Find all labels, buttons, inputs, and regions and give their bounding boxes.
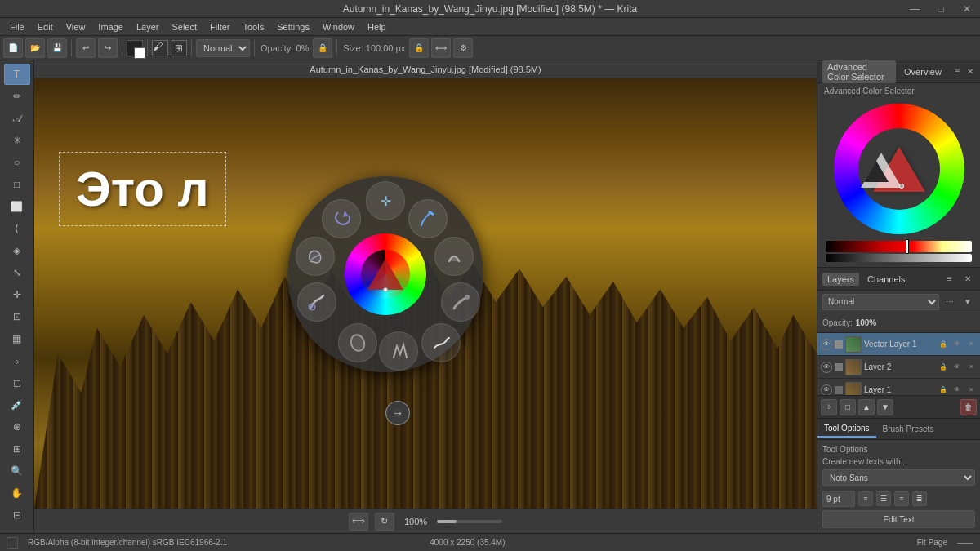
canvas-rotate-btn[interactable]: ↻ [375,513,394,531]
tool-smart-patch[interactable]: ⊕ [4,416,30,438]
tool-pan[interactable]: ✋ [4,482,30,504]
layer-eye-layer1[interactable]: 👁 [821,384,832,396]
new-button[interactable]: 📄 [3,38,23,58]
color-wheel[interactable] [345,233,426,315]
menu-file[interactable]: File [3,20,31,33]
move-layer-down-btn[interactable]: ▼ [877,399,893,415]
layers-panel-close[interactable]: ✕ [960,272,975,287]
tool-shape[interactable]: ○ [4,152,30,173]
wheel-tool-4[interactable] [421,323,461,362]
redo-button[interactable]: ↪ [98,38,118,58]
tool-multibrush[interactable]: ✳ [4,130,30,151]
layer-item-layer2[interactable]: 👁 Layer 2 🔒 👁 ✕ [817,356,980,379]
menu-tools[interactable]: Tools [237,20,271,33]
menu-view[interactable]: View [60,20,92,33]
undo-button[interactable]: ↩ [76,38,96,58]
tool-gradient[interactable]: ▦ [4,328,30,349]
tab-layers[interactable]: Layers [822,273,859,286]
tool-eraser[interactable]: ◻ [4,372,30,393]
wheel-tool-6[interactable] [338,323,377,362]
font-size-input[interactable] [822,491,855,507]
layer-toggle[interactable]: ⊞ [171,40,187,56]
canvas-mirror-btn[interactable]: ⟺ [349,513,368,531]
tool-node[interactable]: ◈ [4,240,30,261]
tool-grid[interactable]: ⊟ [4,504,30,526]
layer-del-icon[interactable]: ✕ [965,339,977,350]
gradient-bar[interactable] [826,241,972,252]
canvas-tab[interactable]: Autumn_in_Kanas_by_Wang_Jinyu.jpg [Modif… [34,60,817,78]
layer-lock-icon[interactable]: 🔒 [938,339,949,350]
tool-text[interactable]: T [4,64,30,85]
panel-menu-icon[interactable]: ≡ [953,64,963,79]
tool-rect[interactable]: □ [4,174,30,195]
menu-image[interactable]: Image [91,20,130,33]
tab-overview[interactable]: Overview [899,65,947,78]
wheel-tool-7[interactable] [297,282,336,322]
tab-brush-presets[interactable]: Brush Presets [876,421,941,437]
tool-clone[interactable]: ⊞ [4,438,30,460]
edit-text-btn[interactable]: Edit Text [822,510,975,528]
layer-eye-layer2[interactable]: 👁 [821,362,832,373]
add-layer-btn[interactable]: + [821,399,837,415]
wheel-tool-9[interactable] [322,199,361,238]
layer-lock-icon-3[interactable]: 🔒 [938,384,949,396]
brush-preset-icon[interactable]: 🖌 [152,40,168,56]
layer-eye-vector1[interactable]: 👁 [821,339,832,350]
layers-blend-mode[interactable]: Normal [822,294,939,310]
opacity-lock[interactable]: 🔒 [313,38,332,58]
layer-item-vector1[interactable]: 👁 Vector Layer 1 🔒 👁 ✕ [817,333,980,356]
settings-btn[interactable]: ⚙ [453,38,473,58]
menu-select[interactable]: Select [165,20,203,33]
brush-popup-wheel[interactable]: ✛ [287,176,483,372]
tool-transform[interactable]: ⤡ [4,262,30,283]
canvas-background[interactable]: Это л ✛ [34,78,817,509]
delete-layer-btn[interactable]: 🗑 [960,399,977,415]
menu-settings[interactable]: Settings [270,20,316,33]
layer-lock-icon-2[interactable]: 🔒 [938,362,949,373]
layer-item-layer1[interactable]: 👁 Layer 1 🔒 👁 ✕ [817,379,980,395]
minimize-button[interactable]: — [902,0,928,17]
tool-select-rect[interactable]: ⬜ [4,196,30,217]
layer-visible-icon[interactable]: 👁 [951,339,963,350]
move-layer-up-btn[interactable]: ▲ [858,399,875,415]
layers-options-icon[interactable]: ⋯ [942,295,957,309]
wheel-tool-5[interactable] [379,331,418,371]
align-right-btn[interactable]: ≡ [894,491,909,506]
blend-mode-select[interactable]: Normal [196,39,250,57]
menu-filter[interactable]: Filter [203,20,236,33]
layer-visible-icon-2[interactable]: 👁 [951,362,963,373]
maximize-button[interactable]: □ [928,0,954,17]
tool-calligraphy[interactable]: 𝒜 [4,108,30,129]
wheel-tool-0[interactable]: ✛ [366,181,405,220]
zoom-slider[interactable] [437,520,502,523]
tab-tool-options[interactable]: Tool Options [817,420,876,438]
menu-help[interactable]: Help [361,20,393,33]
menu-window[interactable]: Window [316,20,361,33]
panel-close-icon[interactable]: ✕ [965,64,975,79]
status-left-icon[interactable] [7,537,18,549]
tab-channels[interactable]: Channels [862,273,910,286]
tool-eyedropper[interactable]: 💉 [4,394,30,415]
close-button[interactable]: ✕ [954,0,980,17]
align-center-btn[interactable]: ☰ [876,491,891,506]
open-button[interactable]: 📂 [25,38,45,58]
layers-panel-menu[interactable]: ≡ [942,272,957,287]
menu-layer[interactable]: Layer [130,20,166,33]
layers-expand-icon[interactable]: ▼ [960,295,975,309]
wheel-tool-2[interactable] [434,237,474,276]
small-color-wheel[interactable] [834,104,964,234]
tool-path[interactable]: ⟨ [4,218,30,239]
fit-page-label[interactable]: Fit Page [917,538,947,547]
save-button[interactable]: 💾 [47,38,67,58]
tool-fill[interactable]: ⬦ [4,350,30,371]
layer-del-icon-2[interactable]: ✕ [965,362,977,373]
menu-edit[interactable]: Edit [31,20,60,33]
black-white-bar[interactable] [826,254,972,262]
tab-advanced-color-selector[interactable]: Advanced Color Selector [822,60,896,83]
layer-visible-icon-3[interactable]: 👁 [951,384,963,396]
layer-del-icon-3[interactable]: ✕ [965,384,977,396]
wheel-tool-1[interactable] [408,199,448,238]
mirror-btn[interactable]: ⟺ [431,38,451,58]
tool-freehand[interactable]: ✏ [4,86,30,107]
tool-crop[interactable]: ⊡ [4,306,30,327]
